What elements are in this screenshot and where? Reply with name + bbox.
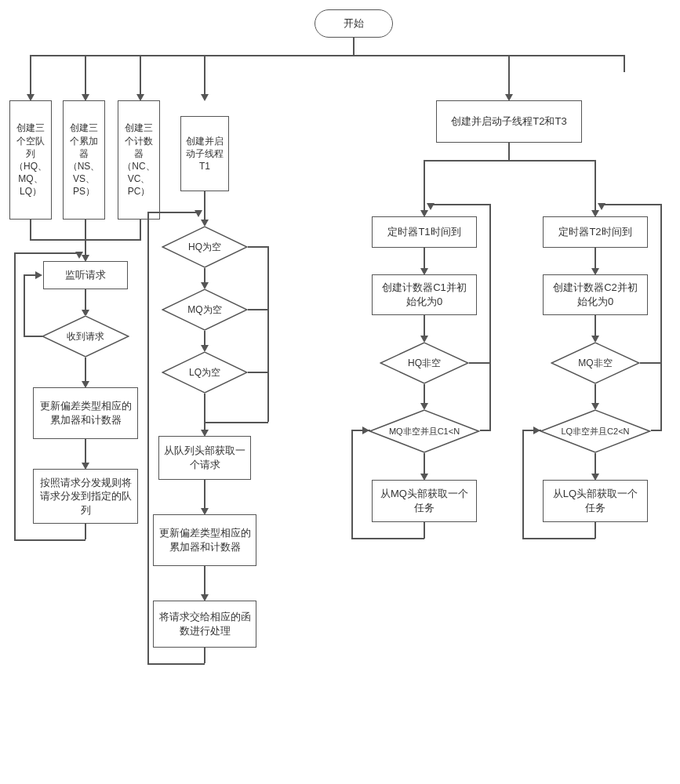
connector	[595, 384, 596, 403]
connector	[204, 268, 205, 282]
connector	[85, 439, 86, 463]
connector	[204, 422, 268, 423]
connector	[24, 274, 25, 336]
lq-empty-label: LQ为空	[183, 366, 227, 379]
connector	[595, 248, 596, 268]
connector	[522, 430, 524, 538]
connector	[147, 212, 149, 664]
connector	[147, 212, 198, 213]
connector	[24, 336, 42, 337]
dispatch-box: 按照请求分发规则将请求分发到指定的队列	[33, 469, 138, 524]
connector	[480, 430, 489, 431]
handoff-box: 将请求交给相应的函数进行处理	[153, 601, 256, 648]
create-queues-box: 创建三个空队列（HQ、MQ、LQ）	[9, 100, 52, 220]
connector	[248, 372, 268, 373]
arrow	[598, 203, 605, 210]
connector	[24, 274, 38, 276]
connector	[267, 246, 269, 422]
create-t2t3-label: 创建并启动子线程T2和T3	[451, 114, 566, 129]
connector	[204, 394, 205, 431]
arrow	[75, 252, 83, 259]
t3-fetch-lq-box: 从LQ头部获取一个任务	[543, 480, 648, 522]
connector	[85, 289, 86, 310]
t2-create-counter-box: 创建计数器C1并初始化为0	[372, 274, 477, 315]
create-counters-box: 创建三个计数器（NC、VC、PC）	[118, 100, 160, 220]
connector	[624, 55, 625, 72]
t3-fetch-lq-label: 从LQ头部获取一个任务	[548, 487, 642, 514]
t2-timer-label: 定时器T1时间到	[387, 225, 460, 239]
t2-fetch-mq-box: 从MQ头部获取一个任务	[372, 480, 477, 522]
connector	[30, 220, 31, 239]
create-t1-label: 创建并启动子线程T1	[186, 135, 224, 173]
connector	[85, 524, 86, 539]
receive-request-decision: 收到请求	[42, 315, 129, 358]
handoff-label: 将请求交给相应的函数进行处理	[158, 610, 251, 637]
connector	[595, 453, 596, 474]
connector	[424, 453, 425, 474]
connector	[30, 55, 31, 94]
t2-mq-cond-decision: MQ非空并且C1<N	[369, 409, 480, 453]
arrow	[427, 203, 435, 210]
t3-mq-nonempty-decision: MQ非空	[551, 342, 640, 384]
listen-request-label: 监听请求	[65, 268, 106, 282]
connector	[601, 204, 661, 205]
t2-hq-nonempty-decision: HQ非空	[380, 342, 469, 384]
update-acc-cnt-t1-box: 更新偏差类型相应的累加器和计数器	[153, 514, 256, 566]
connector	[14, 252, 78, 254]
connector	[14, 252, 16, 540]
connector	[140, 220, 141, 239]
connector	[424, 384, 425, 403]
connector	[508, 143, 510, 160]
connector	[85, 55, 86, 94]
create-counters-label: 创建三个计数器（NC、VC、PC）	[122, 122, 155, 198]
t2-hq-nonempty-label: HQ非空	[402, 357, 447, 369]
connector	[522, 538, 595, 539]
connector	[353, 38, 355, 55]
t3-mq-nonempty-label: MQ非空	[572, 357, 618, 369]
t3-timer-label: 定时器T2时间到	[558, 225, 631, 239]
t3-create-counter-label: 创建计数器C2并初始化为0	[548, 281, 642, 308]
start-terminator: 开始	[315, 9, 393, 38]
connector	[424, 315, 425, 336]
create-accumulators-label: 创建三个累加器（NS、VS、PS）	[68, 122, 100, 198]
connector	[595, 315, 596, 336]
connector	[424, 160, 425, 210]
receive-request-label: 收到请求	[60, 330, 111, 343]
t2-mq-cond-label: MQ非空并且C1<N	[383, 426, 466, 437]
connector	[204, 480, 205, 508]
connector	[660, 204, 662, 431]
connector	[204, 648, 205, 663]
create-queues-label: 创建三个空队列（HQ、MQ、LQ）	[14, 122, 47, 198]
arrow	[195, 210, 202, 217]
connector	[85, 239, 86, 255]
connector	[424, 522, 425, 539]
get-from-head-box: 从队列头部获取一个请求	[158, 436, 251, 480]
mq-empty-decision: MQ为空	[162, 289, 248, 331]
connector	[424, 248, 425, 268]
hq-empty-decision: HQ为空	[162, 226, 248, 268]
connector	[147, 663, 205, 665]
update-acc-cnt-left-box: 更新偏差类型相应的累加器和计数器	[33, 387, 138, 439]
connector	[351, 538, 424, 539]
connector	[85, 220, 86, 239]
connector	[30, 55, 624, 56]
connector	[424, 160, 595, 162]
update-acc-cnt-left-label: 更新偏差类型相应的累加器和计数器	[38, 399, 133, 426]
t3-create-counter-box: 创建计数器C2并初始化为0	[543, 274, 648, 315]
connector	[248, 309, 268, 310]
connector	[204, 191, 205, 220]
t2-fetch-mq-label: 从MQ头部获取一个任务	[377, 487, 471, 514]
connector	[248, 246, 268, 248]
dispatch-label: 按照请求分发规则将请求分发到指定的队列	[38, 476, 133, 517]
connector	[204, 55, 205, 94]
get-from-head-label: 从队列头部获取一个请求	[164, 444, 245, 471]
arrow	[201, 94, 209, 101]
listen-request-box: 监听请求	[43, 261, 128, 289]
lq-empty-decision: LQ为空	[162, 351, 248, 394]
connector	[351, 430, 353, 538]
t2-timer-box: 定时器T1时间到	[372, 216, 477, 248]
update-acc-cnt-t1-label: 更新偏差类型相应的累加器和计数器	[158, 526, 251, 554]
create-t2t3-box: 创建并启动子线程T2和T3	[436, 100, 582, 143]
connector	[85, 358, 86, 381]
arrow	[533, 426, 540, 434]
